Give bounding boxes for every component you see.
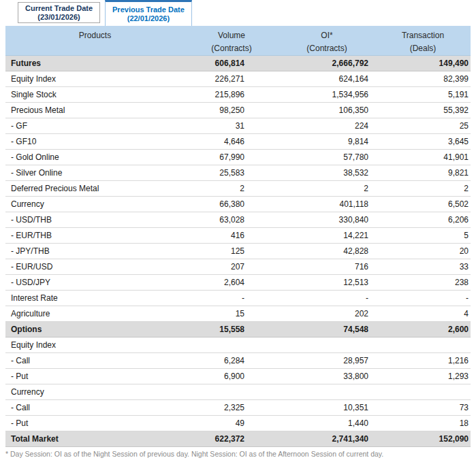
transaction-cell: 41,901 xyxy=(375,150,471,165)
oi-cell: 2,741,340 xyxy=(279,431,375,447)
tab-previous-label: Previous Trade Date xyxy=(112,5,185,14)
volume-cell: - xyxy=(185,291,279,306)
product-cell: - Put xyxy=(5,369,185,384)
oi-cell: 74,548 xyxy=(279,322,375,338)
volume-cell: 25,583 xyxy=(185,165,279,181)
tab-current-label: Current Trade Date xyxy=(25,4,93,13)
transaction-cell: 20 xyxy=(375,244,471,259)
table-row: Currency xyxy=(5,384,471,400)
transaction-cell: 9,821 xyxy=(375,165,471,181)
table-row: Options15,55874,5482,600 xyxy=(5,322,471,338)
oi-cell: 33,800 xyxy=(279,369,375,384)
volume-cell: 2,604 xyxy=(185,275,279,291)
table-row: Interest Rate--- xyxy=(5,291,471,306)
product-cell: Options xyxy=(5,322,185,338)
oi-cell: 12,513 xyxy=(279,275,375,291)
volume-cell: 4,646 xyxy=(185,134,279,150)
product-cell: - Put xyxy=(5,416,185,431)
transaction-cell: 73 xyxy=(375,400,471,416)
table-row: - Put6,90033,8001,293 xyxy=(5,369,471,384)
table-row: Total Market622,3722,741,340152,090 xyxy=(5,431,471,447)
trade-date-tabs: Current Trade Date (23/01/2026) Previous… xyxy=(0,0,476,26)
oi-cell xyxy=(279,338,375,353)
transaction-cell: - xyxy=(375,291,471,306)
table-row: - GF104,6469,8143,645 xyxy=(5,134,471,150)
transaction-cell: 1,216 xyxy=(375,353,471,369)
volume-cell: 66,380 xyxy=(185,197,279,212)
table-header-row: Products Volume(Contracts) OI*(Contracts… xyxy=(5,26,471,56)
oi-cell: 1,534,956 xyxy=(279,87,375,103)
oi-cell: - xyxy=(279,291,375,306)
oi-cell: 38,532 xyxy=(279,165,375,181)
table-row: Equity Index xyxy=(5,338,471,353)
volume-cell: 98,250 xyxy=(185,103,279,118)
transaction-cell: 2 xyxy=(375,181,471,197)
transaction-cell: 33 xyxy=(375,259,471,275)
volume-cell xyxy=(185,338,279,353)
table-row: Currency66,380401,1186,502 xyxy=(5,197,471,212)
oi-cell: 2,666,792 xyxy=(279,56,375,71)
tab-previous-trade-date[interactable]: Previous Trade Date (22/01/2026) xyxy=(105,0,192,26)
transaction-cell: 2,600 xyxy=(375,322,471,338)
table-row: - Put491,44018 xyxy=(5,416,471,431)
transaction-cell: 6,206 xyxy=(375,212,471,228)
volume-cell: 622,372 xyxy=(185,431,279,447)
product-cell: - EUR/THB xyxy=(5,228,185,244)
table-row: Deferred Precious Metal222 xyxy=(5,181,471,197)
transaction-cell xyxy=(375,338,471,353)
column-header-oi: OI*(Contracts) xyxy=(279,26,375,56)
volume-cell: 6,900 xyxy=(185,369,279,384)
table-row: Precious Metal98,250106,35055,392 xyxy=(5,103,471,118)
product-cell: Precious Metal xyxy=(5,103,185,118)
oi-cell: 42,828 xyxy=(279,244,375,259)
product-cell: Single Stock xyxy=(5,87,185,103)
product-cell: - GF xyxy=(5,118,185,134)
oi-cell: 624,164 xyxy=(279,71,375,87)
transaction-cell: 82,399 xyxy=(375,71,471,87)
oi-cell: 57,780 xyxy=(279,150,375,165)
tab-previous-date: (22/01/2026) xyxy=(127,14,170,23)
product-cell: Agriculture xyxy=(5,306,185,322)
volume-cell: 226,271 xyxy=(185,71,279,87)
table-row: - JPY/THB12542,82820 xyxy=(5,244,471,259)
tab-current-trade-date[interactable]: Current Trade Date (23/01/2026) xyxy=(18,2,100,23)
table-row: Equity Index226,271624,16482,399 xyxy=(5,71,471,87)
transaction-cell: 25 xyxy=(375,118,471,134)
oi-cell: 330,840 xyxy=(279,212,375,228)
product-cell: - Call xyxy=(5,353,185,369)
volume-cell: 416 xyxy=(185,228,279,244)
oi-cell: 202 xyxy=(279,306,375,322)
tab-current-date: (23/01/2026) xyxy=(37,13,80,22)
table-row: - GF3122425 xyxy=(5,118,471,134)
oi-cell: 14,221 xyxy=(279,228,375,244)
volume-cell: 6,284 xyxy=(185,353,279,369)
oi-cell: 401,118 xyxy=(279,197,375,212)
volume-cell: 215,896 xyxy=(185,87,279,103)
table-body: Futures606,8142,666,792149,490Equity Ind… xyxy=(5,56,471,447)
table-row: - Silver Online25,58338,5329,821 xyxy=(5,165,471,181)
oi-cell: 106,350 xyxy=(279,103,375,118)
volume-cell: 125 xyxy=(185,244,279,259)
product-cell: - EUR/USD xyxy=(5,259,185,275)
column-header-transaction: Transaction(Deals) xyxy=(375,26,471,56)
table-row: - Call2,32510,35173 xyxy=(5,400,471,416)
product-cell: Equity Index xyxy=(5,71,185,87)
table-row: Futures606,8142,666,792149,490 xyxy=(5,56,471,71)
product-cell: - Gold Online xyxy=(5,150,185,165)
volume-cell: 49 xyxy=(185,416,279,431)
volume-cell: 15 xyxy=(185,306,279,322)
product-cell: Interest Rate xyxy=(5,291,185,306)
footnote: * Day Session: OI as of the Night Sessio… xyxy=(0,447,476,458)
product-cell: - USD/JPY xyxy=(5,275,185,291)
volume-cell: 15,558 xyxy=(185,322,279,338)
transaction-cell: 1,293 xyxy=(375,369,471,384)
table-row: - Call6,28428,9571,216 xyxy=(5,353,471,369)
volume-cell: 207 xyxy=(185,259,279,275)
product-cell: Currency xyxy=(5,197,185,212)
volume-cell: 67,990 xyxy=(185,150,279,165)
product-cell: Total Market xyxy=(5,431,185,447)
product-cell: Futures xyxy=(5,56,185,71)
column-header-volume: Volume(Contracts) xyxy=(185,26,279,56)
product-cell: - GF10 xyxy=(5,134,185,150)
product-cell: Currency xyxy=(5,384,185,400)
